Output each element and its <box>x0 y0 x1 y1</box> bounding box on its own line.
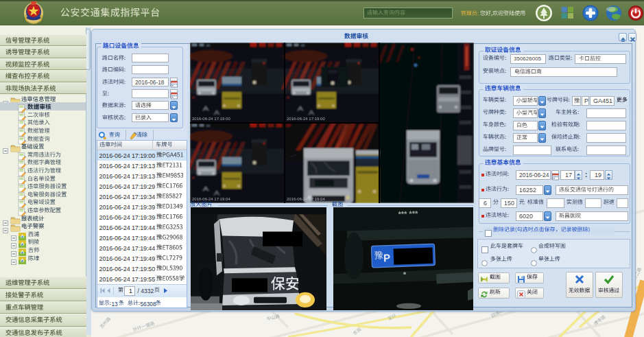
svg-text:P: P <box>383 252 391 264</box>
svg-text:*** ***: *** *** <box>398 209 418 218</box>
svg-text:2016-06-24 17:19:00: 2016-06-24 17:19:00 <box>287 117 325 121</box>
svg-text:2016-06-24 17:19:00: 2016-06-24 17:19:00 <box>192 117 230 121</box>
svg-text:2016-06-24 17:19:04: 2016-06-24 17:19:04 <box>287 197 325 201</box>
